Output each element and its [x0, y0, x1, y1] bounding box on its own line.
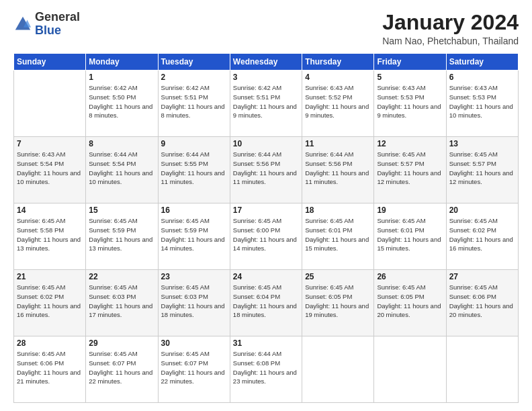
month-title: January 2024 — [382, 11, 519, 34]
calendar-cell: 4Sunrise: 6:43 AMSunset: 5:52 PMDaylight… — [302, 71, 374, 137]
calendar-cell: 24Sunrise: 6:45 AMSunset: 6:04 PMDayligh… — [230, 270, 302, 336]
day-number: 17 — [233, 205, 299, 215]
day-number: 26 — [377, 272, 443, 281]
calendar-cell: 11Sunrise: 6:44 AMSunset: 5:56 PMDayligh… — [302, 137, 374, 203]
day-number: 30 — [161, 338, 227, 348]
cell-info: Sunrise: 6:43 AMSunset: 5:53 PMDaylight:… — [377, 83, 443, 120]
day-header-saturday: Saturday — [446, 54, 518, 71]
cell-info: Sunrise: 6:45 AMSunset: 6:03 PMDaylight:… — [89, 283, 154, 320]
day-number: 9 — [161, 139, 227, 148]
cell-info: Sunrise: 6:45 AMSunset: 6:06 PMDaylight:… — [449, 283, 515, 320]
calendar-cell: 25Sunrise: 6:45 AMSunset: 6:05 PMDayligh… — [302, 270, 374, 336]
cell-info: Sunrise: 6:43 AMSunset: 5:52 PMDaylight:… — [305, 83, 371, 120]
day-header-sunday: Sunday — [14, 54, 86, 71]
calendar-cell: 20Sunrise: 6:45 AMSunset: 6:02 PMDayligh… — [446, 203, 518, 270]
day-number: 27 — [449, 272, 515, 281]
calendar-cell: 30Sunrise: 6:45 AMSunset: 6:07 PMDayligh… — [158, 336, 230, 403]
calendar-cell: 27Sunrise: 6:45 AMSunset: 6:06 PMDayligh… — [446, 270, 518, 336]
day-number: 2 — [161, 73, 227, 82]
calendar-cell: 29Sunrise: 6:45 AMSunset: 6:07 PMDayligh… — [86, 336, 158, 403]
cell-info: Sunrise: 6:45 AMSunset: 5:59 PMDaylight:… — [161, 216, 227, 253]
day-header-tuesday: Tuesday — [158, 54, 230, 71]
day-number: 24 — [233, 272, 299, 281]
day-header-thursday: Thursday — [302, 54, 374, 71]
day-number: 19 — [377, 205, 443, 215]
day-number: 7 — [17, 139, 83, 148]
header-row: SundayMondayTuesdayWednesdayThursdayFrid… — [14, 54, 519, 71]
calendar-cell: 8Sunrise: 6:44 AMSunset: 5:54 PMDaylight… — [86, 137, 158, 203]
cell-info: Sunrise: 6:43 AMSunset: 5:54 PMDaylight:… — [17, 150, 83, 187]
day-header-friday: Friday — [374, 54, 446, 71]
cell-info: Sunrise: 6:45 AMSunset: 6:05 PMDaylight:… — [305, 283, 371, 320]
calendar-cell: 22Sunrise: 6:45 AMSunset: 6:03 PMDayligh… — [86, 270, 158, 336]
day-number: 20 — [449, 205, 515, 215]
day-number: 31 — [233, 338, 299, 348]
day-number: 8 — [89, 139, 154, 148]
cell-info: Sunrise: 6:45 AMSunset: 6:02 PMDaylight:… — [17, 283, 83, 320]
calendar-cell: 12Sunrise: 6:45 AMSunset: 5:57 PMDayligh… — [374, 137, 446, 203]
week-row-3: 21Sunrise: 6:45 AMSunset: 6:02 PMDayligh… — [14, 270, 519, 336]
day-number: 23 — [161, 272, 227, 281]
page: General Blue January 2024 Nam Nao, Phetc… — [0, 0, 532, 411]
title-block: January 2024 Nam Nao, Phetchabun, Thaila… — [382, 11, 519, 46]
logo-blue-text: Blue — [35, 24, 80, 38]
day-number: 1 — [89, 73, 154, 82]
calendar-cell: 23Sunrise: 6:45 AMSunset: 6:03 PMDayligh… — [158, 270, 230, 336]
calendar-cell — [302, 336, 374, 403]
calendar-table: SundayMondayTuesdayWednesdayThursdayFrid… — [13, 53, 519, 403]
day-number: 15 — [89, 205, 154, 215]
calendar-cell: 14Sunrise: 6:45 AMSunset: 5:58 PMDayligh… — [14, 203, 86, 270]
day-number: 12 — [377, 139, 443, 148]
calendar-cell: 9Sunrise: 6:44 AMSunset: 5:55 PMDaylight… — [158, 137, 230, 203]
calendar-cell: 15Sunrise: 6:45 AMSunset: 5:59 PMDayligh… — [86, 203, 158, 270]
cell-info: Sunrise: 6:45 AMSunset: 6:07 PMDaylight:… — [89, 349, 154, 386]
cell-info: Sunrise: 6:45 AMSunset: 6:01 PMDaylight:… — [305, 216, 371, 253]
day-number: 3 — [233, 73, 299, 82]
calendar-cell: 21Sunrise: 6:45 AMSunset: 6:02 PMDayligh… — [14, 270, 86, 336]
calendar-cell — [374, 336, 446, 403]
calendar-cell: 18Sunrise: 6:45 AMSunset: 6:01 PMDayligh… — [302, 203, 374, 270]
cell-info: Sunrise: 6:43 AMSunset: 5:53 PMDaylight:… — [449, 83, 515, 120]
day-number: 28 — [17, 338, 83, 348]
calendar-cell: 31Sunrise: 6:44 AMSunset: 6:08 PMDayligh… — [230, 336, 302, 403]
day-number: 29 — [89, 338, 154, 348]
calendar-cell: 13Sunrise: 6:45 AMSunset: 5:57 PMDayligh… — [446, 137, 518, 203]
cell-info: Sunrise: 6:42 AMSunset: 5:51 PMDaylight:… — [161, 83, 227, 120]
day-header-wednesday: Wednesday — [230, 54, 302, 71]
calendar-cell: 16Sunrise: 6:45 AMSunset: 5:59 PMDayligh… — [158, 203, 230, 270]
logo-text: General Blue — [35, 11, 80, 38]
day-number: 5 — [377, 73, 443, 82]
calendar-cell: 7Sunrise: 6:43 AMSunset: 5:54 PMDaylight… — [14, 137, 86, 203]
day-number: 25 — [305, 272, 371, 281]
cell-info: Sunrise: 6:42 AMSunset: 5:50 PMDaylight:… — [89, 83, 154, 120]
cell-info: Sunrise: 6:45 AMSunset: 6:02 PMDaylight:… — [449, 216, 515, 253]
calendar-cell — [446, 336, 518, 403]
cell-info: Sunrise: 6:45 AMSunset: 5:57 PMDaylight:… — [377, 150, 443, 187]
cell-info: Sunrise: 6:45 AMSunset: 5:57 PMDaylight:… — [449, 150, 515, 187]
day-number: 4 — [305, 73, 371, 82]
calendar-cell: 28Sunrise: 6:45 AMSunset: 6:06 PMDayligh… — [14, 336, 86, 403]
day-number: 18 — [305, 205, 371, 215]
day-header-monday: Monday — [86, 54, 158, 71]
day-number: 6 — [449, 73, 515, 82]
week-row-2: 14Sunrise: 6:45 AMSunset: 5:58 PMDayligh… — [14, 203, 519, 270]
week-row-0: 1Sunrise: 6:42 AMSunset: 5:50 PMDaylight… — [14, 71, 519, 137]
cell-info: Sunrise: 6:45 AMSunset: 6:07 PMDaylight:… — [161, 349, 227, 386]
calendar-cell: 5Sunrise: 6:43 AMSunset: 5:53 PMDaylight… — [374, 71, 446, 137]
cell-info: Sunrise: 6:45 AMSunset: 6:04 PMDaylight:… — [233, 283, 299, 320]
location: Nam Nao, Phetchabun, Thailand — [382, 36, 519, 46]
calendar-cell: 6Sunrise: 6:43 AMSunset: 5:53 PMDaylight… — [446, 71, 518, 137]
cell-info: Sunrise: 6:45 AMSunset: 5:58 PMDaylight:… — [17, 216, 83, 253]
header: General Blue January 2024 Nam Nao, Phetc… — [13, 11, 519, 46]
day-number: 10 — [233, 139, 299, 148]
day-number: 13 — [449, 139, 515, 148]
cell-info: Sunrise: 6:45 AMSunset: 6:01 PMDaylight:… — [377, 216, 443, 253]
cell-info: Sunrise: 6:44 AMSunset: 5:54 PMDaylight:… — [89, 150, 154, 187]
calendar-cell: 1Sunrise: 6:42 AMSunset: 5:50 PMDaylight… — [86, 71, 158, 137]
calendar-cell: 10Sunrise: 6:44 AMSunset: 5:56 PMDayligh… — [230, 137, 302, 203]
day-number: 16 — [161, 205, 227, 215]
calendar-cell: 26Sunrise: 6:45 AMSunset: 6:05 PMDayligh… — [374, 270, 446, 336]
logo-general-text: General — [35, 11, 80, 24]
cell-info: Sunrise: 6:44 AMSunset: 5:55 PMDaylight:… — [161, 150, 227, 187]
week-row-1: 7Sunrise: 6:43 AMSunset: 5:54 PMDaylight… — [14, 137, 519, 203]
